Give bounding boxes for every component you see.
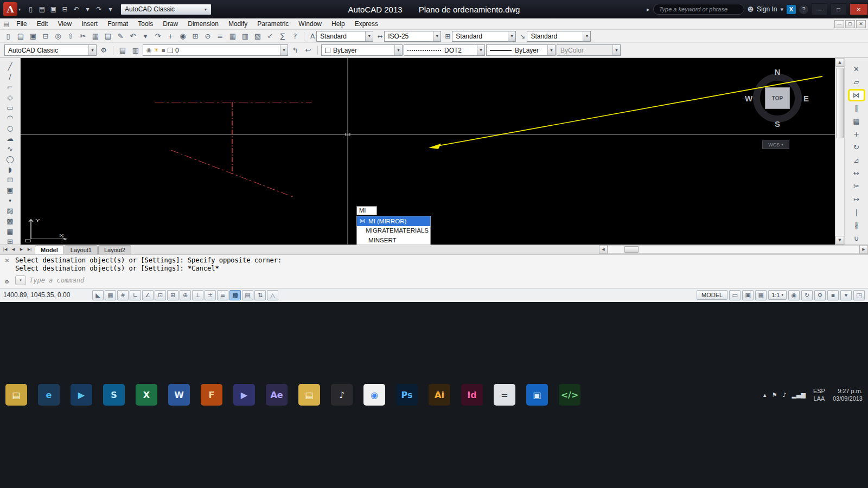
scroll-up-icon[interactable]: ▲ [835, 58, 844, 67]
infer-constraints-toggle[interactable]: ◣ [92, 290, 104, 300]
excel[interactable]: X [136, 384, 157, 406]
redo-icon[interactable]: ↷ [152, 31, 164, 42]
autocomplete-item-mi-mirror[interactable]: ⋈ MI (MIRROR) [357, 216, 430, 226]
designcenter-icon[interactable]: ▦ [227, 31, 239, 42]
linetype-combo[interactable]: DOT2 ▾ [404, 44, 485, 56]
dyn-toggle[interactable]: ± [205, 290, 216, 300]
plot-style-combo[interactable]: ByColor ▾ [557, 44, 621, 56]
doc-minimize-button[interactable]: — [834, 20, 844, 28]
make-block-icon[interactable]: ▣ [3, 185, 17, 195]
tab-layout2[interactable]: Layout2 [98, 245, 131, 254]
grid-toggle[interactable]: # [117, 290, 129, 300]
calculator[interactable]: = [494, 384, 515, 406]
snap-toggle[interactable]: ▦ [105, 290, 116, 300]
internet-explorer[interactable]: e [38, 384, 60, 406]
copy-clip-icon[interactable]: ▦ [90, 31, 101, 42]
gradient-icon[interactable]: ▩ [3, 216, 17, 226]
layout-icon[interactable]: ▭ [729, 290, 741, 300]
workspace-switching-icon[interactable]: ⚙ [814, 290, 826, 300]
region-icon[interactable]: ▦ [3, 227, 17, 236]
command-input[interactable]: Type a command [29, 277, 84, 284]
scale-icon[interactable]: ⊿ [850, 156, 864, 165]
viewcube-top-face[interactable]: TOP [765, 87, 790, 109]
ellipse-arc-icon[interactable]: ◗ [3, 165, 17, 174]
first-tab-icon[interactable]: |◀ [2, 247, 9, 252]
drawing-area[interactable]: Y X N W E S TOP WCS ▾ MI ⋈ [21, 58, 835, 245]
vertical-scrollbar[interactable]: ▲ ▼ [835, 58, 844, 245]
menu-item[interactable]: Insert [76, 18, 103, 29]
help-icon[interactable]: ? [289, 31, 301, 42]
quick-view-layouts-icon[interactable]: ▣ [742, 290, 754, 300]
status-menu-icon[interactable]: ▾ [840, 290, 852, 300]
match-properties-icon[interactable]: ✎ [114, 31, 126, 42]
menu-item[interactable]: File [11, 18, 31, 29]
autocomplete-item-minsert[interactable]: MINSERT [357, 235, 430, 245]
join-icon[interactable]: ∪ [850, 234, 864, 243]
lineweight-combo[interactable]: ByLayer ▾ [486, 44, 556, 56]
erase-icon[interactable]: ✕ [850, 65, 864, 74]
quick-properties-toggle[interactable]: ▤ [242, 290, 253, 300]
menu-item[interactable]: Modify [224, 18, 252, 29]
move-icon[interactable]: + [850, 130, 864, 139]
stretch-icon[interactable]: ↔ [850, 169, 864, 178]
3d-osnap-toggle[interactable]: ⊞ [167, 290, 178, 300]
layer-combo[interactable]: ◉ ☀ ▪ 0 ▾ [143, 44, 288, 56]
model-space-button[interactable]: MODEL [697, 290, 727, 300]
menu-item[interactable]: Help [327, 18, 350, 29]
tab-model[interactable]: Model [35, 245, 64, 254]
network-icon[interactable]: ▂▄▆ [792, 391, 806, 399]
menu-item[interactable]: Window [293, 18, 327, 29]
qsave-icon[interactable]: ▣ [48, 3, 59, 15]
trim-icon[interactable]: ✂ [850, 182, 864, 191]
offset-icon[interactable]: ∥ [850, 104, 864, 113]
markup-icon[interactable]: ✓ [264, 31, 276, 42]
qnew-icon[interactable]: ▯ [25, 3, 36, 15]
qundo-icon[interactable]: ↶ [71, 3, 82, 15]
previous-tab-icon[interactable]: ◀ [10, 247, 17, 252]
arc-icon[interactable]: ◠ [3, 113, 17, 123]
recent-commands-icon[interactable]: ▾ [15, 275, 26, 285]
next-tab-icon[interactable]: ▶ [18, 247, 25, 252]
sheet-set-manager-icon[interactable]: ▧ [252, 31, 264, 42]
dim-style-combo[interactable]: ISO-25 ▾ [384, 31, 441, 42]
undo-menu-icon[interactable]: ▾ [139, 31, 151, 42]
extend-icon[interactable]: ↦ [850, 195, 864, 204]
menu-item[interactable]: Parametric [252, 18, 293, 29]
toolbar-lock-icon[interactable]: ▪ [827, 290, 839, 300]
paste-icon[interactable]: ▤ [102, 31, 114, 42]
open-icon[interactable]: ▤ [15, 31, 27, 42]
rotate-icon[interactable]: ↻ [850, 143, 864, 152]
viewcube-west[interactable]: W [745, 94, 752, 103]
properties-icon[interactable]: ≡ [214, 31, 226, 42]
scroll-left-icon[interactable]: ◀ [599, 245, 608, 254]
volume-icon[interactable]: ♪ [783, 391, 787, 399]
dynamic-input-field[interactable]: MI [356, 206, 377, 215]
close-command-icon[interactable]: ✕ [3, 257, 11, 265]
workspace-combo-titlebar[interactable]: AutoCAD Classic ▾ [120, 4, 212, 15]
clean-screen-icon[interactable]: ◳ [853, 290, 865, 300]
polygon-icon[interactable]: ◇ [3, 93, 17, 102]
menu-item[interactable]: Dimension [183, 18, 224, 29]
workspace-combo[interactable]: AutoCAD Classic ▾ [4, 44, 97, 56]
text-style-combo[interactable]: Standard ▾ [316, 31, 373, 42]
ducs-toggle[interactable]: ⊥ [192, 290, 203, 300]
exchange-apps-icon[interactable]: X [787, 5, 796, 14]
circle-icon[interactable]: ○ [3, 124, 17, 133]
rectangle-icon[interactable]: ▭ [3, 103, 17, 112]
annotation-autoscale-icon[interactable]: ↻ [801, 290, 813, 300]
sign-in-button[interactable]: Sign In [757, 5, 777, 13]
qredo-icon[interactable]: ↷ [93, 3, 105, 15]
publish-icon[interactable]: ⇧ [65, 31, 76, 42]
word[interactable]: W [168, 384, 190, 406]
zoom-realtime-icon[interactable]: ◉ [177, 31, 189, 42]
maximize-button[interactable]: □ [831, 3, 846, 15]
documents-folder[interactable]: ▤ [298, 384, 320, 406]
annotation-scale-button[interactable]: 1:1 ▾ [768, 290, 787, 300]
menu-item[interactable]: Draw [158, 18, 183, 29]
coordinates-readout[interactable]: 1400.89, 1045.35, 0.00 [3, 291, 85, 299]
photo-viewer[interactable]: ▣ [526, 384, 548, 406]
insert-block-icon[interactable]: ⊡ [3, 175, 17, 184]
last-tab-icon[interactable]: ▶| [26, 247, 33, 252]
horizontal-scroll-track[interactable] [608, 245, 859, 254]
viewcube-south[interactable]: S [775, 119, 780, 129]
